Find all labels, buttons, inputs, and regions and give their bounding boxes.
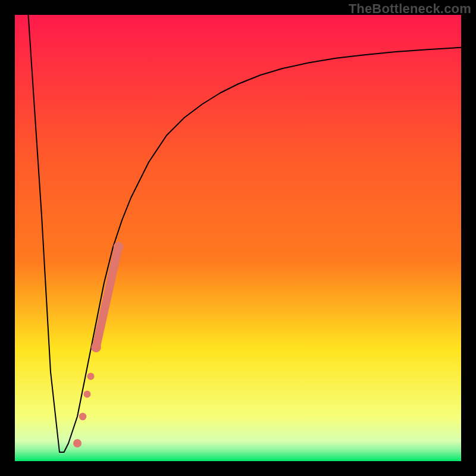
- cluster-end: [114, 242, 124, 252]
- cluster-start: [91, 342, 101, 352]
- bottleneck-plot: [15, 15, 461, 461]
- chart-frame: TheBottleneck.com: [0, 0, 476, 476]
- cluster-point: [79, 413, 87, 421]
- cluster-point: [84, 391, 91, 398]
- cluster-point: [73, 439, 82, 447]
- cluster-point: [87, 373, 95, 380]
